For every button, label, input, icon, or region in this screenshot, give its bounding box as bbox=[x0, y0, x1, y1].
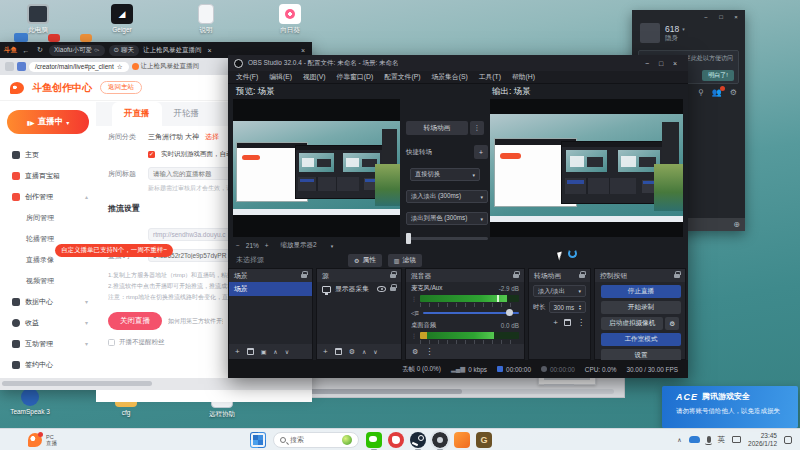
menu-edit[interactable]: 编辑(E) bbox=[269, 72, 292, 82]
preview-video[interactable] bbox=[233, 99, 400, 237]
channel-grip-icon[interactable]: ⋮ bbox=[411, 295, 417, 302]
room-tab-close-icon[interactable]: × bbox=[206, 47, 214, 54]
minimize-icon[interactable]: − bbox=[640, 60, 654, 67]
remove-transition-icon[interactable] bbox=[564, 319, 571, 326]
hidden-icons-chevron[interactable]: ∧ bbox=[677, 436, 681, 443]
chevron-down-icon[interactable]: ▾ bbox=[682, 26, 685, 32]
quick-transition-cut[interactable]: 直接切换▾ bbox=[410, 168, 480, 181]
channel-grip-icon[interactable]: ⋮ bbox=[411, 332, 417, 339]
duration-spinbox[interactable]: 300 ms ▴▾ bbox=[549, 301, 586, 313]
menu-file[interactable]: 文件(F) bbox=[236, 72, 258, 82]
category-select-link[interactable]: 选择 bbox=[205, 132, 219, 142]
mixer-config-icon[interactable]: ⚙ bbox=[412, 348, 418, 356]
scene-row[interactable]: 场景 bbox=[229, 282, 312, 296]
sidebar-item-data-center[interactable]: 数据中心▾ bbox=[0, 291, 96, 312]
third-party-help-link[interactable]: 如何用第三方软件开播 bbox=[168, 317, 223, 326]
menu-scene-collection[interactable]: 场景集合(S) bbox=[431, 72, 467, 82]
transition-type-select[interactable]: 淡入/淡出▾ bbox=[533, 285, 586, 297]
server-value-field[interactable]: rtmp://sendhw3a.douyu.c bbox=[148, 228, 234, 241]
sidebar-item-video-manage[interactable]: 视频管理 bbox=[0, 270, 96, 291]
onedrive-cloud-icon[interactable] bbox=[689, 436, 700, 443]
gear-icon[interactable]: ⚙ bbox=[730, 88, 737, 97]
menu-view[interactable]: 视图(V) bbox=[303, 72, 326, 82]
address-bar[interactable]: /creator/main/live#pc_client ☆ bbox=[29, 62, 129, 72]
sidebar-item-contract[interactable]: 签约中心 bbox=[0, 354, 96, 375]
microphone-icon[interactable] bbox=[707, 436, 711, 443]
menu-tools[interactable]: 工具(T) bbox=[479, 72, 501, 82]
nav-ext2-icon[interactable] bbox=[17, 62, 26, 71]
mixer-menu-icon[interactable]: ⋮ bbox=[425, 347, 433, 356]
move-up-icon[interactable]: ∧ bbox=[362, 348, 366, 355]
nav-ext-icon[interactable] bbox=[5, 62, 14, 71]
room-tab-label[interactable]: 让上枪风暴处直播间 bbox=[143, 46, 202, 55]
sidebar-item-treasure[interactable]: 直播百宝箱 bbox=[0, 165, 96, 186]
menu-profile[interactable]: 配置文件(P) bbox=[384, 72, 420, 82]
steam-username[interactable]: 618 bbox=[665, 24, 679, 34]
program-video[interactable] bbox=[490, 99, 683, 237]
red-app-icon[interactable] bbox=[388, 432, 404, 448]
refresh-icon[interactable]: ↻ bbox=[35, 46, 45, 54]
clock[interactable]: 23:45 2026/1/12 bbox=[748, 432, 777, 448]
start-button[interactable] bbox=[250, 432, 266, 448]
sidebar-item-home[interactable]: 主页 bbox=[0, 144, 96, 165]
transition-props-icon[interactable]: ⋮ bbox=[577, 318, 585, 327]
desktop-icon-teamspeak[interactable]: TeamSpeak 3 bbox=[4, 388, 56, 419]
filters-button[interactable]: ▥滤镜 bbox=[388, 254, 422, 267]
properties-button[interactable]: ⚙属性 bbox=[348, 254, 382, 267]
menu-help[interactable]: 帮助(H) bbox=[512, 72, 535, 82]
move-up-icon[interactable]: ∧ bbox=[273, 348, 277, 355]
back-home-button[interactable]: 返回主站 bbox=[100, 81, 142, 94]
add-scene-icon[interactable]: + bbox=[235, 347, 240, 356]
transition-menu-icon[interactable]: ⋮ bbox=[470, 121, 484, 135]
taskbar-widget[interactable]: PC 直播 bbox=[0, 433, 57, 447]
visibility-eye-icon[interactable] bbox=[377, 286, 386, 292]
desktop-icon-readme[interactable]: 说明 bbox=[180, 4, 232, 35]
zoom-in-icon[interactable]: + bbox=[265, 242, 269, 249]
source-row[interactable]: 显示器采集 bbox=[317, 282, 401, 296]
desktop-icon-sunflower[interactable]: 向日葵 bbox=[264, 4, 316, 35]
remove-source-icon[interactable] bbox=[335, 348, 342, 355]
sidebar-item-revenue[interactable]: 收益▾ bbox=[0, 312, 96, 333]
tbar-slider[interactable] bbox=[406, 237, 488, 240]
desktop-icon-this-pc[interactable]: 此电脑 bbox=[12, 4, 64, 35]
start-recording-button[interactable]: 开始录制 bbox=[601, 301, 681, 314]
zoom-out-icon[interactable]: − bbox=[236, 242, 240, 249]
close-icon[interactable]: × bbox=[729, 14, 743, 20]
close-live-button[interactable]: 关闭直播 bbox=[108, 312, 162, 330]
taskbar-search[interactable]: 搜索 bbox=[273, 432, 359, 448]
zoom-fit-select[interactable]: 缩放显示器2 ▾ bbox=[281, 241, 334, 250]
add-friend-icon[interactable]: 👥 bbox=[712, 88, 722, 97]
move-down-icon[interactable]: ∨ bbox=[285, 348, 289, 355]
remove-scene-icon[interactable] bbox=[247, 348, 254, 355]
source-properties-icon[interactable]: ⚙ bbox=[349, 348, 355, 356]
close-icon[interactable]: × bbox=[668, 60, 682, 67]
device-icon[interactable] bbox=[732, 436, 741, 443]
steam-icon[interactable] bbox=[410, 432, 426, 448]
star-icon[interactable]: ☆ bbox=[117, 63, 123, 71]
g-app-icon[interactable]: G bbox=[476, 432, 492, 448]
back-icon[interactable]: ← bbox=[21, 47, 31, 54]
notification-center-icon[interactable] bbox=[784, 436, 792, 444]
nav-tab2[interactable]: 让上枪风暴处直播间 bbox=[132, 62, 200, 71]
scene-filters-icon[interactable]: ▣ bbox=[261, 348, 267, 355]
sidebar-item-interaction[interactable]: 互动管理▾ bbox=[0, 333, 96, 354]
studio-mode-button[interactable]: 工作室模式 bbox=[601, 333, 681, 346]
virtual-camera-button[interactable]: 启动虚拟摄像机 bbox=[601, 317, 663, 330]
user-search-pill[interactable]: Xiaofu小可爱 ○˞ bbox=[49, 45, 105, 56]
maximize-icon[interactable]: □ bbox=[714, 14, 728, 20]
move-down-icon[interactable]: ∨ bbox=[373, 348, 377, 355]
quick-transition-fade-black[interactable]: 淡出到黑色 (300ms)▾ bbox=[406, 212, 488, 225]
douyu-close-icon[interactable]: × bbox=[298, 47, 308, 54]
search-icon[interactable]: ⚲ bbox=[698, 88, 704, 97]
tab-start-carousel[interactable]: 开轮播 bbox=[162, 102, 212, 126]
quick-transition-fade[interactable]: 淡入淡出 (300ms)▾ bbox=[406, 190, 488, 203]
mic-volume-slider[interactable] bbox=[423, 312, 519, 314]
ime-indicator[interactable]: 英 bbox=[718, 435, 726, 445]
chat-pill[interactable]: ⊙ 聊天 bbox=[109, 45, 139, 56]
desktop-icon-geiger[interactable]: ◢ Geiger bbox=[96, 4, 148, 35]
add-source-icon[interactable]: + bbox=[323, 347, 328, 356]
dark-app-icon[interactable] bbox=[432, 432, 448, 448]
tab-start-live[interactable]: 开直播 bbox=[112, 102, 162, 126]
room-title-input[interactable] bbox=[148, 167, 234, 180]
no-remind-checkbox[interactable] bbox=[108, 339, 115, 346]
